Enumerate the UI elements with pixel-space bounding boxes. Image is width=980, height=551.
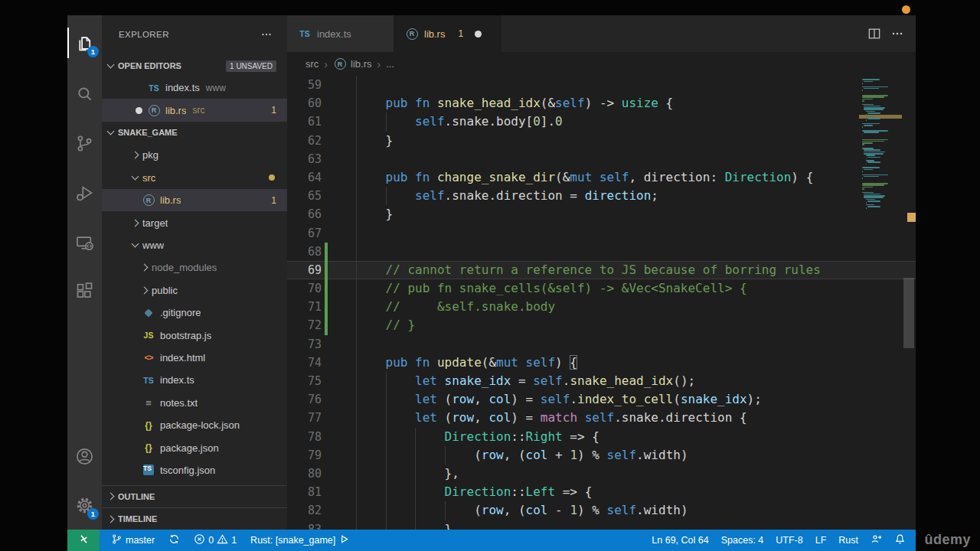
code-line[interactable]: 71 // &self.snake.body <box>287 298 916 316</box>
code-line[interactable]: 73 <box>287 335 916 354</box>
tree-item-src[interactable]: src <box>102 167 287 189</box>
line-number[interactable]: 71 <box>287 298 322 316</box>
code-line[interactable]: 62 } <box>287 132 916 150</box>
tab-lib-rs[interactable]: Rlib.rs1 <box>394 15 501 52</box>
line-number[interactable]: 75 <box>287 372 322 390</box>
code-area[interactable]: 5960 pub fn snake_head_idx(&self) -> usi… <box>287 76 916 530</box>
line-number[interactable]: 83 <box>287 520 322 530</box>
code-line[interactable]: 76 let (row, col) = self.index_to_cell(s… <box>287 390 916 409</box>
tree-item-index-ts[interactable]: TSindex.ts <box>102 369 287 391</box>
line-number[interactable]: 65 <box>287 187 322 205</box>
open-editor-item[interactable]: TSindex.tswww <box>102 77 287 99</box>
line-number[interactable]: 64 <box>287 168 322 187</box>
line-number[interactable]: 61 <box>287 112 322 131</box>
minimap[interactable] <box>859 76 902 214</box>
tree-item-node-modules[interactable]: node_modules <box>102 256 287 279</box>
code-line[interactable]: 81 Direction::Left => { <box>287 483 916 501</box>
line-number[interactable]: 70 <box>287 279 322 298</box>
indentation[interactable]: Spaces: 4 <box>717 530 768 551</box>
activity-remote-explorer[interactable] <box>67 224 102 261</box>
line-number[interactable]: 78 <box>287 428 322 446</box>
open-editor-item[interactable]: Rlib.rssrc1 <box>102 99 287 121</box>
line-number[interactable]: 66 <box>287 205 322 223</box>
code-line[interactable]: 61 self.snake.body[0].0 <box>287 112 916 131</box>
line-number[interactable]: 82 <box>287 501 322 520</box>
tree-item-lib-rs[interactable]: Rlib.rs1 <box>102 189 287 211</box>
activity-explorer[interactable]: 1 <box>67 24 102 61</box>
code-line[interactable]: 77 let (row, col) = match self.snake.dir… <box>287 409 916 427</box>
line-number[interactable]: 72 <box>287 316 322 334</box>
timeline-panel-header[interactable]: TIMELINE <box>102 507 287 530</box>
tree-item-package-json[interactable]: {}package.json <box>102 436 287 458</box>
tree-item-package-lock-json[interactable]: {}package-lock.json <box>102 414 287 436</box>
more-actions-icon[interactable] <box>260 28 273 41</box>
tree-item-target[interactable]: target <box>102 211 287 233</box>
encoding[interactable]: UTF-8 <box>772 530 806 551</box>
code-line[interactable]: 83 } <box>287 520 916 530</box>
line-number[interactable]: 80 <box>287 465 322 483</box>
unsaved-dot[interactable] <box>136 107 142 114</box>
code-line[interactable]: 74 pub fn update(&mut self) { <box>287 354 916 372</box>
language-mode[interactable]: Rust <box>835 530 862 551</box>
unsaved-dot[interactable] <box>475 31 482 37</box>
line-number[interactable]: 67 <box>287 224 322 243</box>
code-line[interactable]: 72 // } <box>287 316 916 334</box>
line-number[interactable]: 69 <box>287 261 322 279</box>
split-editor-icon[interactable] <box>867 26 882 41</box>
line-number[interactable]: 68 <box>287 243 322 261</box>
feedback[interactable] <box>867 530 886 551</box>
breadcrumb-item[interactable]: Rlib.rs <box>333 58 371 70</box>
line-number[interactable]: 79 <box>287 446 322 465</box>
git-branch-status[interactable]: master <box>107 530 158 551</box>
open-editors-header[interactable]: OPEN EDITORS 1 UNSAVED <box>102 55 287 77</box>
code-line[interactable]: 79 (row, (col + 1) % self.width) <box>287 446 916 465</box>
code-line[interactable]: 64 pub fn change_snake_dir(&mut self, di… <box>287 168 916 187</box>
sync-status[interactable] <box>165 530 184 551</box>
code-line[interactable]: 60 pub fn snake_head_idx(&self) -> usize… <box>287 94 916 112</box>
breadcrumb-item[interactable]: ... <box>386 58 394 70</box>
code-line[interactable]: 59 <box>287 76 916 94</box>
code-line[interactable]: 67 <box>287 224 916 243</box>
line-number[interactable]: 63 <box>287 150 322 168</box>
code-line[interactable]: 63 <box>287 150 916 168</box>
project-root-folder[interactable]: SNAKE_GAME <box>102 122 287 144</box>
code-line[interactable]: 68 <box>287 243 916 261</box>
activity-source-control[interactable] <box>67 125 102 161</box>
code-line[interactable]: 65 self.snake.direction = direction; <box>287 187 916 205</box>
remote-indicator[interactable] <box>67 530 100 551</box>
cursor-position[interactable]: Ln 69, Col 64 <box>648 530 712 551</box>
code-line[interactable]: 69 // cannot return a reference to JS be… <box>287 261 916 279</box>
line-number[interactable]: 62 <box>287 132 322 150</box>
tree-item-notes-txt[interactable]: ≡notes.txt <box>102 392 287 414</box>
rust-analyzer-status[interactable]: Rust: [snake_game] <box>247 530 354 551</box>
breadcrumb-item[interactable]: src <box>305 58 318 70</box>
scrollbar-thumb[interactable] <box>903 278 914 348</box>
line-number[interactable]: 60 <box>287 94 322 112</box>
activity-settings[interactable]: 1 <box>67 487 102 523</box>
tab-index-ts[interactable]: TSindex.ts <box>287 15 394 52</box>
activity-search[interactable] <box>67 75 102 112</box>
activity-account[interactable] <box>67 438 102 474</box>
activity-run-debug[interactable] <box>67 174 102 211</box>
line-number[interactable]: 77 <box>287 409 322 427</box>
activity-extensions[interactable] <box>67 272 102 309</box>
more-actions-icon[interactable] <box>890 26 905 41</box>
code-line[interactable]: 75 let snake_idx = self.snake_head_idx()… <box>287 372 916 390</box>
tree-item-index-html[interactable]: <>index.html <box>102 347 287 369</box>
tree-item--gitignore[interactable]: .gitignore <box>102 302 287 324</box>
line-number[interactable]: 81 <box>287 483 322 501</box>
tree-item-public[interactable]: public <box>102 279 287 302</box>
scrollbar[interactable] <box>902 76 916 530</box>
code-line[interactable]: 82 (row, (col - 1) % self.width) <box>287 501 916 520</box>
notifications[interactable] <box>890 530 910 551</box>
line-number[interactable]: 74 <box>287 354 322 372</box>
line-number[interactable]: 76 <box>287 390 322 409</box>
line-number[interactable]: 73 <box>287 335 322 354</box>
code-line[interactable]: 78 Direction::Right => { <box>287 428 916 446</box>
problems-status[interactable]: 01 <box>190 530 240 551</box>
tree-item-tsconfig-json[interactable]: TStsconfig.json <box>102 459 287 481</box>
code-line[interactable]: 70 // pub fn snake_cells(&self) -> &Vec<… <box>287 279 916 298</box>
code-line[interactable]: 66 } <box>287 205 916 223</box>
tree-item-bootstrap-js[interactable]: JSbootstrap.js <box>102 324 287 346</box>
tree-item-pkg[interactable]: pkg <box>102 144 287 166</box>
